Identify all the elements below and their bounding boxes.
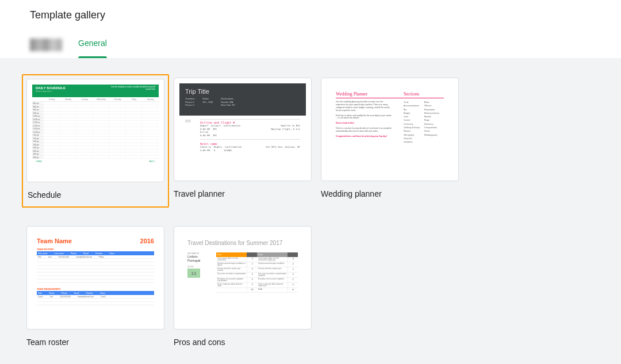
template-gallery: DAILY SCHEDULE Week of September 1 Use t…	[0, 58, 621, 364]
template-pros-and-cons[interactable]: Travel Destinations for Summer 2017 DEST…	[169, 223, 316, 354]
template-wedding-planner-label: Wedding planner	[321, 189, 463, 198]
template-pros-and-cons-thumbnail[interactable]: Travel Destinations for Summer 2017 DEST…	[174, 226, 312, 329]
template-wedding-planner-thumbnail[interactable]: Wedding Planner Sections Use this weddin…	[321, 78, 459, 181]
schedule-preview-title: DAILY SCHEDULE	[36, 86, 66, 90]
template-wedding-planner[interactable]: Wedding Planner Sections Use this weddin…	[316, 74, 463, 208]
template-pros-and-cons-label: Pros and cons	[174, 338, 316, 347]
wedding-preview: Wedding Planner Sections Use this weddin…	[327, 83, 453, 175]
template-travel-planner-label: Travel planner	[174, 189, 316, 198]
header: Template gallery General	[0, 0, 621, 58]
pros-preview: Travel Destinations for Summer 2017 DEST…	[179, 232, 306, 324]
template-team-roster[interactable]: Team Name 2016 TEAM ROSTER First name La…	[22, 223, 169, 354]
tab-general[interactable]: General	[78, 33, 107, 58]
team-preview: Team Name 2016 TEAM ROSTER First name La…	[32, 232, 159, 324]
tabs: General	[30, 33, 591, 58]
template-travel-planner[interactable]: Trip Title Travelers Person 1 Person 2 D…	[169, 74, 316, 208]
tab-org[interactable]	[30, 39, 62, 51]
template-team-roster-label: Team roster	[26, 338, 169, 347]
schedule-preview: DAILY SCHEDULE Week of September 1 Use t…	[32, 85, 159, 177]
page-title: Template gallery	[30, 9, 591, 21]
travel-preview: Trip Title Travelers Person 1 Person 2 D…	[179, 83, 306, 175]
template-schedule-label: Schedule	[28, 190, 168, 200]
template-schedule-thumbnail[interactable]: DAILY SCHEDULE Week of September 1 Use t…	[26, 79, 164, 182]
template-schedule[interactable]: DAILY SCHEDULE Week of September 1 Use t…	[22, 74, 169, 208]
template-travel-planner-thumbnail[interactable]: Trip Title Travelers Person 1 Person 2 D…	[174, 78, 312, 181]
template-team-roster-thumbnail[interactable]: Team Name 2016 TEAM ROSTER First name La…	[26, 226, 164, 329]
